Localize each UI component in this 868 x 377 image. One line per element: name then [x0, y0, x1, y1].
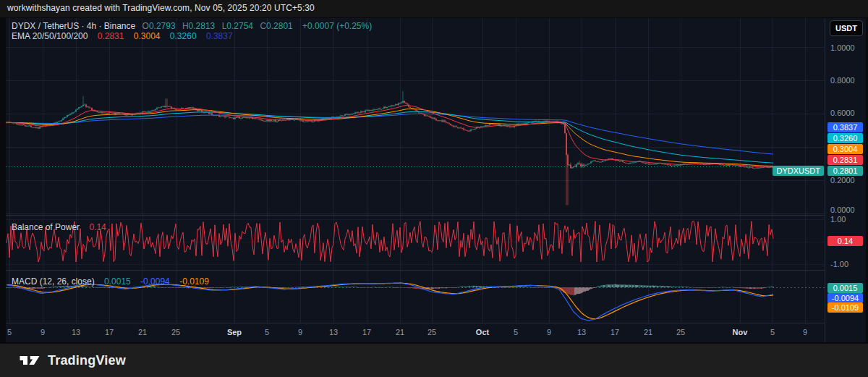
time-label: 9	[547, 328, 551, 336]
time-label: 17	[362, 328, 371, 336]
ema-price-badge: 0.3004	[827, 144, 863, 154]
ohlc-open-letter: O	[142, 21, 149, 31]
time-label: 21	[396, 328, 404, 336]
last-price-badge: 0.2801	[827, 166, 863, 176]
time-label: 5	[265, 328, 269, 336]
time-label: 13	[329, 328, 338, 336]
time-label: 25	[171, 328, 180, 336]
macd-signal-value: -0.0109	[179, 276, 209, 287]
ema200-value: 0.3837	[206, 31, 233, 41]
tradingview-logo-icon[interactable]	[19, 352, 41, 369]
ema-legend-row: EMA 20/50/100/200 0.2831 0.3004 0.3260 0…	[12, 31, 233, 41]
time-label: 5	[7, 328, 12, 336]
ema50-value: 0.3004	[134, 31, 161, 41]
bop-value-badge: 0.14	[827, 236, 863, 246]
ema20-value: 0.2831	[98, 31, 124, 41]
macd-hist-value: 0.0015	[104, 276, 131, 287]
macd-value-badge: 0.0015	[827, 283, 863, 293]
ema-label: EMA 20/50/100/200	[12, 31, 88, 41]
ema-price-badge: 0.2831	[827, 155, 863, 165]
price-tick: 0.0000	[830, 205, 855, 215]
price-tick: 1.00	[830, 214, 846, 224]
tradingview-brand-text[interactable]: TradingView	[48, 353, 126, 368]
ema-price-badge: 0.3837	[827, 122, 863, 132]
chart-canvas[interactable]	[6, 18, 825, 342]
time-label: 13	[72, 328, 80, 336]
time-label: 25	[676, 328, 685, 336]
price-tick: 0.6000	[830, 108, 855, 118]
symbol-price-label: DYDXUSDT	[773, 166, 824, 176]
time-label: 5	[770, 328, 775, 336]
ohlc-close-letter: C	[260, 21, 266, 31]
macd-line-value: -0.0094	[140, 276, 170, 287]
time-label-month: Sep	[227, 328, 242, 336]
price-tick: 0.8000	[830, 75, 855, 85]
ohlc-high-value: 0.2813	[189, 21, 216, 31]
currency-toggle-button[interactable]: USDT	[830, 20, 863, 36]
time-label: 17	[610, 328, 619, 336]
bop-legend-row: Balance of Power 0.14	[12, 222, 106, 232]
price-tick: 1.0000	[830, 43, 855, 53]
ohlc-high-letter: H	[182, 21, 189, 31]
attribution-bar: workwithshayan created with TradingView.…	[0, 0, 868, 17]
price-scale[interactable]: USDT 1.00000.80000.60000.20000.00001.00-…	[825, 18, 867, 342]
time-label: 5	[514, 328, 518, 336]
ema100-value: 0.3260	[170, 31, 197, 41]
ohlc-open-value: 0.2793	[149, 21, 176, 31]
bop-title: Balance of Power	[12, 222, 80, 232]
price-tick: -1.00	[830, 259, 848, 269]
time-label: 25	[427, 328, 436, 336]
time-label: 9	[298, 328, 302, 336]
time-label: 17	[105, 328, 114, 336]
attribution-text: workwithshayan created with TradingView.…	[7, 3, 315, 13]
price-tick: 0.2000	[830, 175, 855, 185]
time-axis[interactable]: 5913172125Sep5913172125Oct5913172125Nov5…	[6, 323, 825, 342]
time-label-month: Nov	[733, 328, 748, 336]
time-label: 9	[41, 328, 45, 336]
macd-legend-row: MACD (12, 26, close) 0.0015 -0.0094 -0.0…	[12, 276, 209, 287]
ohlc-close-value: 0.2801	[266, 21, 293, 31]
macd-value-badge: -0.0109	[827, 302, 863, 313]
symbol-legend-row: DYDX / TetherUS · 4h · Binance O0.2793 H…	[12, 21, 372, 31]
tradingview-screenshot: workwithshayan created with TradingView.…	[0, 0, 868, 377]
chart-widget[interactable]: DYDX / TetherUS · 4h · Binance O0.2793 H…	[6, 18, 866, 342]
time-label: 21	[644, 328, 652, 336]
time-label-month: Oct	[476, 328, 489, 336]
bop-value: 0.14	[89, 222, 106, 232]
change-value: +0.0007 (+0.25%)	[302, 21, 372, 31]
symbol-title: DYDX / TetherUS · 4h · Binance	[12, 21, 135, 31]
footer-bar: TradingView	[0, 344, 868, 377]
time-label: 21	[138, 328, 147, 336]
macd-value-badge: -0.0094	[827, 293, 863, 303]
ema-price-badge: 0.3260	[827, 133, 863, 143]
time-label: 9	[803, 328, 807, 336]
macd-title: MACD (12, 26, close)	[12, 276, 95, 287]
time-label: 13	[577, 328, 586, 336]
ohlc-low-value: 0.2754	[226, 21, 253, 31]
